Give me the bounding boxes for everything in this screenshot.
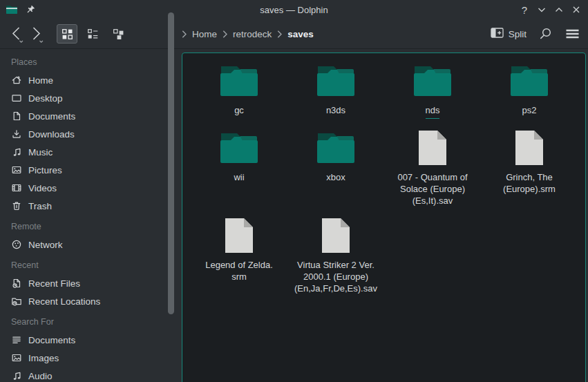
pin-icon[interactable] [25,4,36,15]
toolbar-right: Split [491,19,580,48]
folder-item-n3ds[interactable]: n3ds [287,61,384,126]
sidebar-item-label: Downloads [28,129,75,140]
back-button[interactable] [7,23,26,44]
file-item-007-quantum-of-solace-europe-es-it-sav[interactable]: 007 - Quantum of Solace (Europe) (Es,It)… [384,128,481,216]
sidebar-item-places-videos[interactable]: Videos [11,179,178,197]
breadcrumb-separator-icon [181,30,187,39]
item-label: wii [234,171,244,183]
window-title: saves — Dolphin [260,5,328,15]
folder-item-xbox[interactable]: xbox [287,128,384,193]
trash-icon [11,200,22,211]
sidebar-item-label: Desktop [28,93,63,104]
sidebar-section-header-places: Places [11,53,178,71]
file-item-virtua-striker-2-ver-2000-1-europe-en-ja[interactable]: Virtua Striker 2 Ver. 2000.1 (Europe) (E… [287,216,384,304]
sidebar-item-search-for-documents[interactable]: Documents [11,331,178,349]
forward-button[interactable] [26,23,46,44]
hamburger-menu-icon[interactable] [565,28,580,39]
sidebar-section-header-recent: Recent [11,256,178,274]
item-label: Legend of Zelda. srm [205,259,273,283]
folder-item-gc[interactable]: gc [191,61,287,126]
tree-view-button[interactable] [108,24,129,44]
file-item-legend-of-zelda-srm[interactable]: Legend of Zelda. srm [191,216,287,292]
folder-item-ps2[interactable]: ps2 [481,61,578,126]
sidebar-item-label: Recent Files [28,278,80,289]
network-icon [11,239,22,250]
folder-icon [220,61,258,100]
item-label: Virtua Striker 2 Ver. 2000.1 (Europe) (E… [294,259,377,294]
breadcrumb-item-saves[interactable]: saves [287,29,314,39]
places-panel: PlacesHomeDesktopDocumentsDownloadsMusic… [0,50,178,382]
file-item-grinch-the-europe-srm[interactable]: Grinch, The (Europe).srm [481,128,578,204]
file-icon [513,128,545,167]
folder-item-nds[interactable]: nds [384,61,481,128]
sidebar-section-header-search-for: Search For [11,313,178,331]
sidebar-item-search-for-images[interactable]: Images [11,349,178,367]
split-icon [491,28,504,41]
breadcrumb-item-home[interactable]: Home [192,29,217,39]
sidebar-item-places-downloads[interactable]: Downloads [11,125,178,143]
picture-icon [11,352,22,363]
item-label: ps2 [522,104,537,116]
sidebar-item-places-documents[interactable]: Documents [11,107,178,125]
sidebar-section-header-remote: Remote [11,218,178,236]
document-icon [11,111,22,122]
view-mode-group [57,24,129,44]
breadcrumb-separator-icon [276,30,283,39]
dolphin-window: saves — Dolphin ? [0,0,588,382]
file-grid: gc n3ds nds ps2 wii xbox 007 - Quantum o… [182,53,585,304]
sidebar-item-label: Music [28,147,53,157]
breadcrumb: Homeretrodecksaves [181,19,314,48]
sidebar-item-label: Images [28,353,59,363]
sidebar-item-recent-recent-files[interactable]: Recent Files [11,274,178,292]
details-view-button[interactable] [82,24,103,44]
folder-icon [510,61,549,100]
sidebar-item-label: Recent Locations [28,296,100,307]
window-controls: ? [518,3,582,16]
icons-view-button[interactable] [57,24,77,44]
sidebar-item-places-desktop[interactable]: Desktop [11,89,178,107]
help-icon[interactable]: ? [518,3,531,16]
sidebar-item-search-for-audio[interactable]: Audio [11,367,178,382]
film-icon [11,182,22,193]
download-icon [11,128,22,140]
desktop-icon [11,93,22,104]
split-button-label: Split [509,29,527,39]
sidebar-item-label: Pictures [28,165,62,175]
folder-view: gc n3ds nds ps2 wii xbox 007 - Quantum o… [182,52,586,382]
sidebar-item-remote-network[interactable]: Network [11,236,178,254]
text-lines-icon [11,334,22,345]
sidebar-item-label: Home [28,75,53,86]
item-label: gc [234,104,244,116]
split-button[interactable]: Split [491,28,527,41]
close-icon[interactable] [570,3,582,16]
sidebar-item-label: Documents [28,335,75,345]
toolbar: Homeretrodecksaves Split [0,19,588,49]
item-label: nds [426,104,440,119]
dolphin-app-icon [6,5,18,15]
item-label: xbox [326,171,345,183]
item-label: Grinch, The (Europe).srm [503,171,556,195]
titlebar: saves — Dolphin ? [0,0,588,19]
sidebar-item-places-music[interactable]: Music [11,143,178,161]
folder-item-wii[interactable]: wii [191,128,287,193]
sidebar-item-places-home[interactable]: Home [11,71,178,89]
search-icon[interactable] [539,27,553,41]
recent-locations-icon [11,296,22,307]
sidebar-scrollbar[interactable] [168,12,174,314]
folder-icon [220,128,258,167]
minimize-icon[interactable] [535,3,548,16]
recent-files-icon [11,278,22,289]
sidebar-item-places-pictures[interactable]: Pictures [11,161,178,179]
folder-icon [413,61,452,100]
folder-icon [316,61,355,100]
item-label: 007 - Quantum of Solace (Europe) (Es,It)… [397,171,467,207]
file-icon [417,128,448,167]
folder-icon [316,128,355,167]
sidebar-item-places-trash[interactable]: Trash [11,197,178,215]
sidebar-item-label: Trash [28,201,52,211]
sidebar-item-label: Network [28,240,63,250]
music-note-icon [11,146,22,157]
maximize-icon[interactable] [553,3,565,16]
breadcrumb-item-retrodeck[interactable]: retrodeck [233,29,272,39]
sidebar-item-recent-recent-locations[interactable]: Recent Locations [11,292,178,310]
